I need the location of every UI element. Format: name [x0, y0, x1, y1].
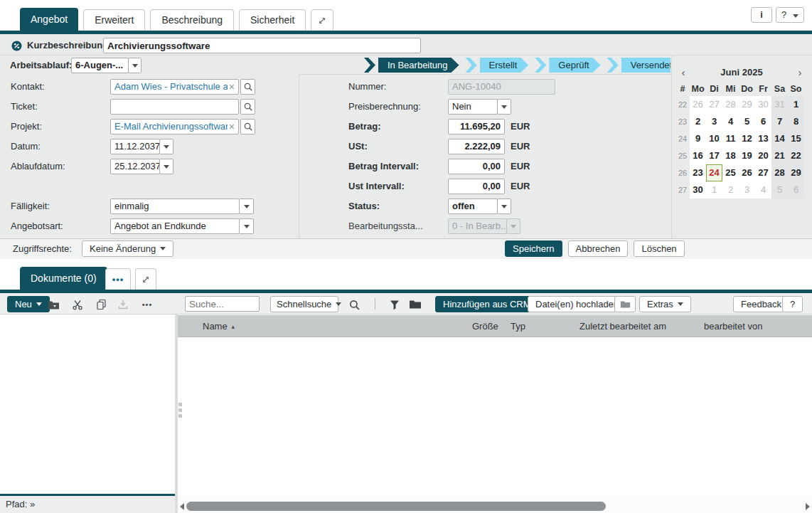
- add-from-crm-button[interactable]: Hinzufügen aus CRM: [435, 296, 539, 312]
- angebotsart-caret-button[interactable]: [239, 218, 254, 234]
- preisberechnung-caret-button[interactable]: [497, 99, 511, 115]
- calendar-day[interactable]: 29: [739, 96, 755, 113]
- betrag-intervall-input[interactable]: 0,00: [448, 159, 505, 174]
- scroll-left-icon[interactable]: [180, 503, 184, 510]
- clear-icon[interactable]: ×: [229, 122, 235, 132]
- zugriffsrechte-dropdown[interactable]: Keine Änderung: [82, 240, 173, 257]
- documents-help-button[interactable]: ?: [782, 296, 803, 312]
- calendar-day[interactable]: 21: [771, 147, 788, 164]
- calendar-day[interactable]: 19: [739, 147, 755, 164]
- splitter-handle-icon[interactable]: [178, 403, 182, 418]
- scrollbar-thumb[interactable]: [186, 502, 606, 511]
- calendar-day[interactable]: 18: [722, 147, 739, 164]
- expand-tab-button[interactable]: [311, 9, 333, 31]
- calendar-day[interactable]: 23: [690, 164, 706, 181]
- ablaufdatum-input[interactable]: 25.12.2037: [110, 159, 160, 174]
- calendar-day[interactable]: 25: [722, 164, 739, 181]
- tab-erweitert[interactable]: Erweitert: [83, 9, 145, 31]
- toolbar-search-button[interactable]: [348, 298, 360, 311]
- calendar-day[interactable]: 3: [739, 181, 755, 199]
- projekt-search-button[interactable]: [240, 119, 255, 134]
- arbeitsablauf-caret-button[interactable]: [128, 58, 141, 73]
- paste-folder-button[interactable]: [47, 298, 60, 311]
- calendar-day[interactable]: 3: [706, 113, 722, 130]
- scroll-right-icon[interactable]: [806, 503, 810, 510]
- calendar-day[interactable]: 14: [771, 130, 788, 147]
- column-header-bearbeitet-von[interactable]: bearbeitet von: [704, 315, 762, 337]
- calendar-day[interactable]: 4: [722, 113, 739, 130]
- calendar-day[interactable]: 31: [771, 96, 788, 113]
- neu-button[interactable]: Neu: [7, 296, 50, 312]
- calendar-day[interactable]: 6: [755, 113, 771, 130]
- calendar-day[interactable]: 4: [755, 181, 771, 199]
- column-header-name[interactable]: Name▲: [203, 315, 236, 338]
- calendar-day[interactable]: 8: [788, 113, 804, 130]
- faelligkeit-caret-button[interactable]: [239, 199, 254, 214]
- status-caret-button[interactable]: [497, 199, 511, 214]
- search-input[interactable]: [185, 296, 260, 312]
- ust-intervall-input[interactable]: 0,00: [448, 179, 505, 194]
- kurzbeschreibung-input[interactable]: [103, 38, 421, 53]
- calendar-day[interactable]: 16: [690, 147, 706, 164]
- calendar-day[interactable]: 30: [690, 181, 706, 199]
- filter-button[interactable]: [388, 298, 401, 311]
- upload-browse-button[interactable]: [614, 296, 636, 312]
- calendar-prev-icon[interactable]: ‹: [675, 66, 691, 78]
- folder-tree-panel[interactable]: [0, 314, 175, 494]
- arbeitsablauf-select[interactable]: 6-Augen-...: [71, 58, 129, 73]
- cut-button[interactable]: [71, 298, 84, 311]
- calendar-day[interactable]: 5: [739, 113, 755, 130]
- calendar-day[interactable]: 2: [722, 181, 739, 199]
- more-tabs-button[interactable]: •••: [105, 268, 131, 290]
- column-header-typ[interactable]: Typ: [511, 315, 525, 337]
- save-button[interactable]: Speichern: [505, 240, 562, 257]
- ablaufdatum-caret-button[interactable]: [159, 159, 173, 174]
- tab-angebot[interactable]: Angebot: [20, 8, 78, 31]
- tab-dokumente[interactable]: Dokumente (0): [20, 267, 107, 290]
- calendar-day[interactable]: 11: [722, 130, 739, 147]
- datum-caret-button[interactable]: [159, 139, 173, 154]
- calendar-day-today[interactable]: 24: [706, 164, 722, 181]
- documents-expand-tab-button[interactable]: [135, 268, 156, 290]
- toolbar-more-button[interactable]: •••: [139, 298, 155, 311]
- panel-splitter[interactable]: [175, 314, 178, 513]
- calendar-day[interactable]: 10: [706, 130, 722, 147]
- calendar-day[interactable]: 30: [755, 96, 771, 113]
- calendar-day[interactable]: 27: [706, 96, 722, 113]
- feedback-button[interactable]: Feedback: [733, 296, 789, 312]
- info-button[interactable]: i: [751, 7, 772, 23]
- copy-button[interactable]: [95, 298, 107, 311]
- calendar-day[interactable]: 27: [755, 164, 771, 181]
- tab-sicherheit[interactable]: Sicherheit: [239, 9, 306, 31]
- calendar-day[interactable]: 7: [771, 113, 788, 130]
- faelligkeit-select[interactable]: einmalig: [110, 199, 240, 214]
- calendar-day[interactable]: 29: [788, 164, 804, 181]
- calendar-next-icon[interactable]: ›: [792, 66, 808, 78]
- calendar-day[interactable]: 28: [771, 164, 788, 181]
- projekt-lookup-field[interactable]: E-Mail Archivierungssoftware ×: [110, 119, 239, 134]
- ticket-lookup-field[interactable]: [110, 99, 239, 115]
- datum-input[interactable]: 11.12.2037: [110, 139, 160, 154]
- calendar-day[interactable]: 5: [771, 181, 788, 199]
- column-header-groesse[interactable]: Größe: [472, 315, 498, 337]
- calendar-day[interactable]: 9: [690, 130, 706, 147]
- calendar-day[interactable]: 12: [739, 130, 755, 147]
- preisberechnung-select[interactable]: Nein: [448, 99, 498, 115]
- calendar-day[interactable]: 26: [739, 164, 755, 181]
- browse-folder-button[interactable]: [409, 298, 422, 311]
- calendar-day[interactable]: 17: [706, 147, 722, 164]
- calendar-day[interactable]: 26: [690, 96, 706, 113]
- status-select[interactable]: offen: [448, 199, 498, 214]
- kontakt-search-button[interactable]: [240, 79, 255, 95]
- betrag-input[interactable]: 11.695,20: [448, 119, 505, 134]
- calendar-day[interactable]: 15: [788, 130, 804, 147]
- upload-files-button[interactable]: Datei(en) hochladen: [528, 296, 626, 312]
- calendar-day[interactable]: 6: [788, 181, 804, 199]
- cancel-button[interactable]: Abbrechen: [568, 240, 629, 257]
- calendar-day[interactable]: 22: [788, 147, 804, 164]
- calendar-day[interactable]: 28: [722, 96, 739, 113]
- calendar-day[interactable]: 1: [706, 181, 722, 199]
- tab-beschreibung[interactable]: Beschreibung: [150, 9, 234, 31]
- schnellsuche-dropdown[interactable]: Schnellsuche: [270, 296, 338, 312]
- calendar-day[interactable]: 20: [755, 147, 771, 164]
